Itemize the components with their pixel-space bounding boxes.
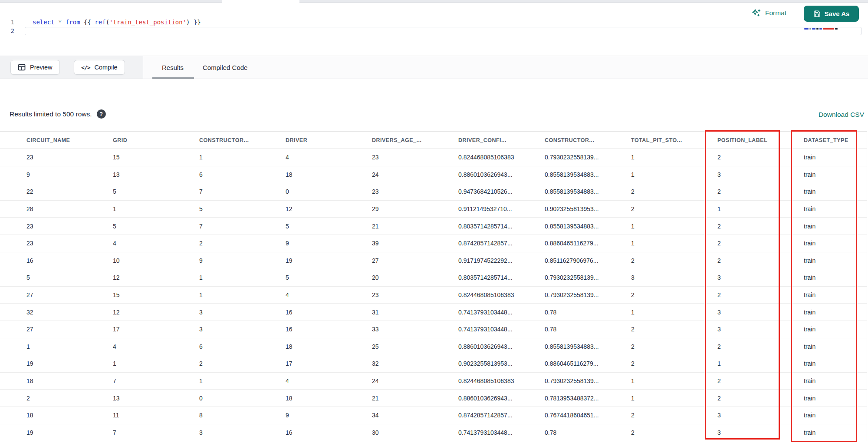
- table-cell: 5: [286, 223, 372, 230]
- table-row: 281512290.9112149532710...0.902325581395…: [0, 201, 867, 218]
- table-cell: 1: [199, 154, 286, 161]
- table-cell: 3: [631, 274, 717, 281]
- table-cell: 4: [286, 291, 372, 298]
- table-cell: 3: [717, 274, 804, 281]
- code-token: from: [66, 19, 80, 26]
- save-as-button[interactable]: Save As: [804, 6, 859, 22]
- table-cell: 0.8558139534883...: [545, 223, 631, 230]
- table-cell: 30: [372, 429, 458, 436]
- table-cell: train: [804, 274, 868, 281]
- table-cell: 1: [631, 154, 717, 161]
- table-row: 271514230.8244680851063830.7930232558139…: [0, 287, 867, 304]
- table-cell: 3: [199, 429, 286, 436]
- table-cell: 13: [113, 171, 199, 178]
- table-cell: 28: [26, 205, 113, 212]
- table-cell: 7: [199, 188, 286, 195]
- table-cell: 18: [26, 377, 113, 384]
- table-cell: 2: [717, 343, 804, 350]
- table-cell: 2: [631, 291, 717, 298]
- table-cell: 15: [113, 154, 199, 161]
- table-cell: 0.824468085106383: [458, 154, 545, 161]
- table-cell: train: [804, 257, 868, 264]
- minimap-mark: [819, 28, 822, 30]
- table-row: 3212316310.7413793103448...0.7813train: [0, 304, 867, 321]
- table-cell: 0: [199, 395, 286, 402]
- minimap-mark: [835, 28, 838, 30]
- minimap-mark: [823, 28, 834, 30]
- table-cell: 23: [372, 154, 458, 161]
- table-cell: 33: [372, 326, 458, 333]
- table-cell: 5: [113, 223, 199, 230]
- table-cell: 0.9023255813953...: [458, 360, 545, 367]
- table-cell: 25: [372, 343, 458, 350]
- table-cell: 2: [717, 240, 804, 247]
- table-row: 14618250.8860103626943...0.8558139534883…: [0, 338, 867, 356]
- compile-button[interactable]: </> Compile: [74, 60, 125, 75]
- table-cell: 0.8742857142857...: [458, 412, 545, 419]
- table-cell: 23: [26, 154, 113, 161]
- table-cell: train: [804, 429, 868, 436]
- table-cell: 27: [372, 257, 458, 264]
- table-cell: 2: [631, 188, 717, 195]
- code-token: (: [106, 19, 109, 26]
- minimap-mark: [812, 28, 815, 30]
- table-row: 23429390.8742857142857...0.8860465116279…: [0, 235, 867, 252]
- table-cell: 18: [286, 171, 372, 178]
- download-csv-link[interactable]: Download CSV: [819, 111, 864, 119]
- table-cell: 0.7930232558139...: [545, 291, 631, 298]
- table-cell: 32: [372, 360, 458, 367]
- table-cell: 3: [717, 412, 804, 419]
- table-cell: train: [804, 223, 868, 230]
- table-row: 22570230.9473684210526...0.8558139534883…: [0, 183, 867, 201]
- table-cell: train: [804, 154, 868, 161]
- column-header: DATASET_TYPE: [804, 137, 868, 143]
- table-cell: 1: [631, 223, 717, 230]
- table-cell: 0.7930232558139...: [545, 274, 631, 281]
- table-cell: 16: [286, 326, 372, 333]
- table-cell: 0.8558139534883...: [545, 343, 631, 350]
- table-cell: 0.824468085106383: [458, 291, 545, 298]
- table-cell: 0.78: [545, 309, 631, 316]
- table-cell: 0.8558139534883...: [545, 188, 631, 195]
- table-cell: 18: [26, 412, 113, 419]
- format-label: Format: [765, 9, 786, 17]
- code-line-1[interactable]: 1select * from {{ ref('train_test_positi…: [0, 18, 868, 26]
- table-cell: 10: [113, 257, 199, 264]
- table-cell: 2: [199, 360, 286, 367]
- table-cell: 0.9023255813953...: [545, 205, 631, 212]
- table-cell: 13: [113, 395, 199, 402]
- table-cell: 16: [286, 429, 372, 436]
- table-cell: 19: [26, 360, 113, 367]
- tab-results[interactable]: Results: [152, 56, 193, 79]
- table-cell: 1: [113, 360, 199, 367]
- table-cell: 16: [26, 257, 113, 264]
- table-cell: 2: [717, 188, 804, 195]
- editor-minimap[interactable]: [804, 27, 865, 30]
- table-cell: 2: [199, 240, 286, 247]
- table-cell: 24: [372, 377, 458, 384]
- table-cell: 4: [113, 343, 199, 350]
- table-cell: 22: [26, 188, 113, 195]
- results-table: CIRCUIT_NAMEGRIDCONSTRUCTOR...DRIVERDRIV…: [0, 131, 867, 441]
- table-body: 231514230.8244680851063830.7930232558139…: [0, 149, 867, 441]
- table-cell: 0.8035714285714...: [458, 274, 545, 281]
- table-row: 181189340.8742857142857...0.767441860465…: [0, 407, 867, 424]
- preview-button[interactable]: Preview: [10, 60, 60, 75]
- column-header: DRIVER_CONFI...: [458, 137, 545, 143]
- table-cell: 5: [286, 274, 372, 281]
- table-cell: 27: [26, 326, 113, 333]
- sql-editor[interactable]: 1select * from {{ ref('train_test_positi…: [0, 3, 868, 56]
- table-cell: 19: [26, 429, 113, 436]
- table-cell: 1: [113, 205, 199, 212]
- code-line-2[interactable]: 2: [0, 27, 868, 35]
- code-token: {{: [80, 19, 95, 26]
- table-cell: 0.8511627906976...: [545, 257, 631, 264]
- cursor-line[interactable]: [25, 27, 861, 35]
- help-icon[interactable]: ?: [97, 109, 106, 119]
- format-button[interactable]: Format: [749, 8, 789, 18]
- tab-compiled-code[interactable]: Compiled Code: [193, 56, 257, 79]
- table-cell: 20: [372, 274, 458, 281]
- code-tokens: select * from {{ ref('train_test_positio…: [33, 19, 201, 26]
- table-cell: 0.9112149532710...: [458, 205, 545, 212]
- column-header: CONSTRUCTOR...: [545, 137, 631, 143]
